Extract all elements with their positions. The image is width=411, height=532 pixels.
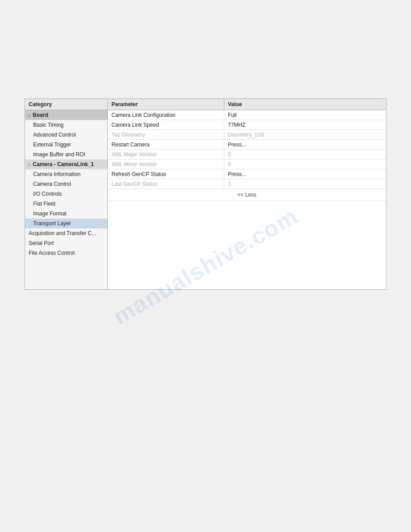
table-row-xml-major-version: XML Major Version0 bbox=[108, 150, 386, 159]
table-row-tap-geometry: Tap GeometryGeometry_1X8 bbox=[108, 130, 386, 140]
sidebar-group-camera-label: Camera - CameraLink_1 bbox=[33, 161, 94, 167]
header-value: Value bbox=[224, 99, 386, 110]
sidebar-item-external-trigger[interactable]: External Trigger bbox=[25, 140, 107, 150]
sidebar-item-camera-information[interactable]: Camera Information bbox=[25, 169, 107, 179]
sidebar-item-advanced-control[interactable]: Advanced Control bbox=[25, 130, 107, 140]
table-row-last-gencp-status: Last GenCP Status3 bbox=[108, 179, 386, 189]
sidebar-item-image-buffer-roi[interactable]: Image Buffer and ROI bbox=[25, 150, 107, 159]
param-cell-camera-link-config: Camera Link Configuration bbox=[108, 110, 224, 120]
value-cell-restart-camera[interactable]: Press... bbox=[224, 140, 386, 149]
panel-container: Category Parameter Value □ Board Basic T… bbox=[25, 99, 386, 290]
table-row-xml-minor-version: XML Minor Version0 bbox=[108, 159, 386, 169]
param-cell-xml-minor-version: XML Minor Version bbox=[108, 159, 224, 169]
sidebar-item-flat-field[interactable]: Flat Field bbox=[25, 199, 107, 209]
header-category: Category bbox=[25, 99, 108, 110]
table-rows-container: Camera Link ConfigurationFullCamera Link… bbox=[108, 110, 386, 189]
sidebar-item-file-access-control[interactable]: File Access Control bbox=[25, 248, 107, 258]
less-button[interactable]: << Less bbox=[108, 189, 386, 201]
table-row-refresh-gencp-status: Refresh GenCP StatusPress... bbox=[108, 169, 386, 179]
sidebar-item-camera-control[interactable]: Camera Control bbox=[25, 179, 107, 189]
sidebar-group-board[interactable]: □ Board bbox=[25, 110, 107, 120]
param-cell-tap-geometry: Tap Geometry bbox=[108, 130, 224, 139]
sidebar-group-camera[interactable]: □ Camera - CameraLink_1 bbox=[25, 159, 107, 169]
value-cell-camera-link-speed[interactable]: 77MHZ bbox=[224, 120, 386, 129]
param-cell-xml-major-version: XML Major Version bbox=[108, 150, 224, 159]
value-cell-refresh-gencp-status[interactable]: Press... bbox=[224, 169, 386, 179]
value-cell-xml-minor-version: 0 bbox=[224, 159, 386, 169]
table-row-camera-link-speed: Camera Link Speed77MHZ bbox=[108, 120, 386, 130]
sidebar-group-board-label: Board bbox=[33, 112, 48, 118]
sidebar-item-io-controls[interactable]: I/O Controls bbox=[25, 189, 107, 199]
sidebar: □ Board Basic Timing Advanced Control Ex… bbox=[25, 110, 108, 289]
table-row-restart-camera: Restart CameraPress... bbox=[108, 140, 386, 150]
board-toggle-icon: □ bbox=[28, 113, 30, 118]
value-cell-tap-geometry: Geometry_1X8 bbox=[224, 130, 386, 139]
sidebar-item-image-format[interactable]: Image Format bbox=[25, 209, 107, 219]
panel-header: Category Parameter Value bbox=[25, 99, 386, 110]
content-area: Camera Link ConfigurationFullCamera Link… bbox=[108, 110, 386, 289]
value-cell-camera-link-config[interactable]: Full bbox=[224, 110, 386, 120]
panel-body: □ Board Basic Timing Advanced Control Ex… bbox=[25, 110, 386, 289]
header-parameter: Parameter bbox=[108, 99, 224, 110]
param-cell-refresh-gencp-status: Refresh GenCP Status bbox=[108, 169, 224, 179]
table-row-camera-link-config: Camera Link ConfigurationFull bbox=[108, 110, 386, 120]
value-cell-xml-major-version: 0 bbox=[224, 150, 386, 159]
sidebar-item-transport-layer[interactable]: Transport Layer bbox=[25, 219, 107, 228]
param-cell-restart-camera: Restart Camera bbox=[108, 140, 224, 149]
camera-toggle-icon: □ bbox=[28, 162, 30, 167]
value-cell-last-gencp-status: 3 bbox=[224, 179, 386, 189]
sidebar-item-basic-timing[interactable]: Basic Timing bbox=[25, 120, 107, 130]
sidebar-item-acquisition-transfer[interactable]: Acquisition and Transfer C... bbox=[25, 228, 107, 238]
sidebar-item-serial-port[interactable]: Serial Port bbox=[25, 238, 107, 248]
param-cell-camera-link-speed: Camera Link Speed bbox=[108, 120, 224, 129]
param-cell-last-gencp-status: Last GenCP Status bbox=[108, 179, 224, 189]
